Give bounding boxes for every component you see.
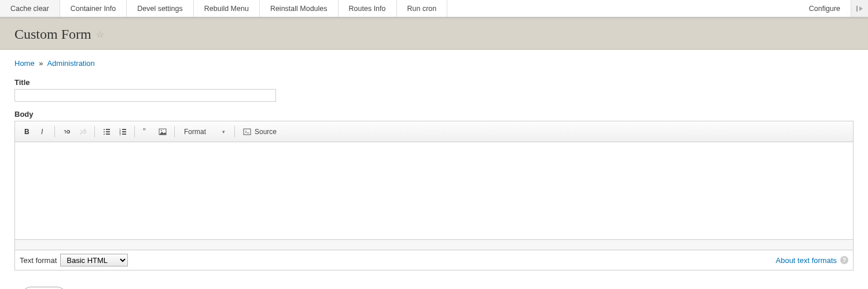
blockquote-icon[interactable]: ” (139, 125, 153, 139)
toolbar-item-devel-settings[interactable]: Devel settings (127, 0, 194, 17)
svg-line-3 (80, 129, 86, 135)
about-text-formats-link[interactable]: About text formats (776, 256, 837, 265)
bullet-list-icon[interactable] (100, 125, 113, 139)
svg-point-6 (104, 131, 105, 132)
title-region: Custom Form ☆ (0, 17, 868, 50)
breadcrumb-home[interactable]: Home (14, 59, 35, 68)
svg-point-8 (104, 134, 105, 135)
form-item-title: Title (14, 78, 854, 102)
title-input[interactable] (14, 89, 276, 102)
toolbar-item-rebuild-menu[interactable]: Rebuild Menu (194, 0, 260, 17)
italic-icon[interactable]: I (36, 125, 50, 139)
source-icon (243, 128, 251, 136)
svg-rect-19 (244, 129, 251, 135)
svg-rect-13 (122, 131, 126, 132)
body-editor-area[interactable] (15, 142, 853, 239)
toolbar-configure[interactable]: Configure (799, 0, 851, 17)
editor-statusbar (15, 239, 853, 250)
text-format-label: Text format (20, 256, 57, 265)
svg-rect-11 (122, 129, 126, 130)
svg-point-18 (161, 130, 162, 131)
toolbar-item-cache-clear[interactable]: Cache clear (0, 0, 60, 17)
svg-text:B: B (24, 128, 30, 136)
source-button[interactable]: Source (240, 125, 280, 139)
svg-text:3: 3 (119, 132, 121, 136)
numbered-list-icon[interactable]: 123 (116, 125, 130, 139)
form-item-body: Body B I 123 ” Format ▾ (14, 110, 854, 271)
title-label: Title (14, 78, 854, 87)
format-dropdown[interactable]: Format ▾ (179, 125, 230, 139)
unlink-icon (76, 125, 90, 139)
text-format-select[interactable]: Basic HTML (60, 254, 128, 266)
svg-rect-15 (122, 134, 126, 135)
admin-toolbar: Cache clear Container Info Devel setting… (0, 0, 868, 17)
toolbar-collapse-icon[interactable] (851, 0, 868, 17)
svg-rect-0 (856, 6, 858, 12)
toolbar-item-container-info[interactable]: Container Info (60, 0, 127, 17)
svg-text:”: ” (143, 128, 146, 136)
toolbar-item-routes-info[interactable]: Routes Info (339, 0, 397, 17)
breadcrumb: Home » Administration (14, 59, 854, 68)
rich-text-editor: B I 123 ” Format ▾ Source (14, 121, 854, 250)
svg-rect-7 (106, 131, 110, 132)
image-icon[interactable] (156, 125, 170, 139)
text-format-bar: Text format Basic HTML About text format… (14, 250, 854, 271)
breadcrumb-administration[interactable]: Administration (47, 59, 94, 68)
breadcrumb-separator: » (39, 59, 43, 68)
submit-button[interactable]: Submit (23, 287, 65, 289)
star-icon[interactable]: ☆ (96, 29, 104, 40)
svg-text:I: I (41, 128, 43, 136)
link-icon[interactable] (60, 125, 73, 139)
bold-icon[interactable]: B (20, 125, 34, 139)
toolbar-item-reinstall-modules[interactable]: Reinstall Modules (260, 0, 339, 17)
svg-rect-9 (106, 134, 110, 135)
body-label: Body (14, 110, 854, 118)
page-title: Custom Form ☆ (14, 27, 854, 42)
chevron-down-icon: ▾ (222, 129, 225, 135)
svg-point-4 (104, 129, 105, 130)
svg-rect-5 (106, 129, 110, 130)
editor-toolbar: B I 123 ” Format ▾ Source (15, 121, 853, 142)
help-icon[interactable]: ? (840, 256, 848, 264)
toolbar-item-run-cron[interactable]: Run cron (397, 0, 448, 17)
